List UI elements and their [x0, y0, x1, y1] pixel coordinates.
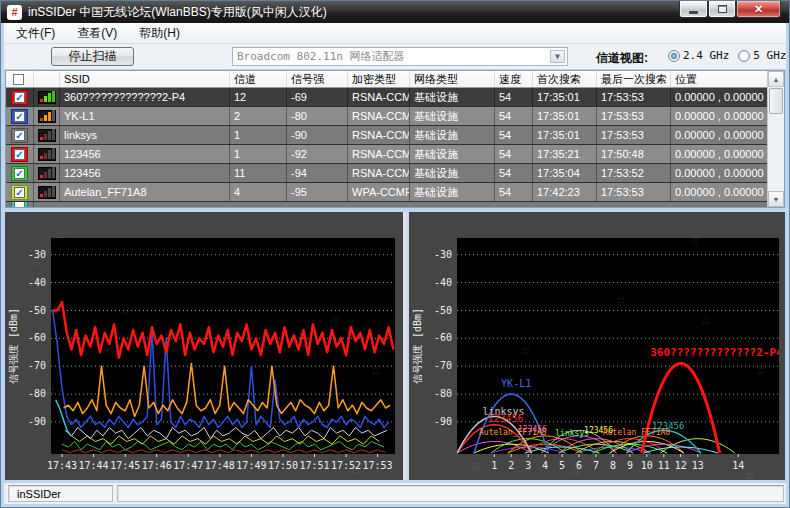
scroll-down-icon[interactable]: ▼ [768, 191, 784, 207]
svg-text:-80: -80 [28, 388, 46, 399]
cell-speed: 54 [495, 126, 533, 144]
svg-text:-30: -30 [28, 249, 46, 260]
table-row[interactable]: ✓1234561-92RSNA-CCMP基础设施5417:35:2117:50:… [6, 145, 784, 164]
table-scrollbar[interactable]: ▲ ▼ [767, 71, 784, 207]
cell-channel: 12 [230, 88, 287, 106]
table-row[interactable]: ✓12345611-94RSNA-CCMP基础设施5417:35:0417:53… [6, 164, 784, 183]
cell-last-seen: 17:53:53 [597, 126, 671, 144]
menu-bar: 文件(F) 查看(V) 帮助(H) [4, 23, 786, 44]
charts-area: -30-40-50-60-70-80-90信号强度 [dBm]17:4317:4… [5, 212, 785, 480]
svg-text:-50: -50 [28, 305, 46, 316]
svg-text:-60: -60 [434, 332, 452, 343]
svg-text:10: 10 [641, 460, 653, 471]
svg-text:Autelan_FF71A8: Autelan_FF71A8 [603, 428, 671, 437]
column-header[interactable]: 加密类型 [348, 71, 410, 87]
maximize-icon [718, 5, 727, 13]
cell-first-seen: 17:35:21 [533, 145, 597, 163]
scrollbar-thumb[interactable] [769, 88, 783, 114]
table-row[interactable]: ✓linksys1-90RSNA-CCMP基础设施5417:35:0117:53… [6, 126, 784, 145]
cell-first-seen: 17:35:01 [533, 126, 597, 144]
adapter-combobox[interactable]: Broadcom 802.11n 网络适配器 ▼ [232, 47, 568, 66]
radio-5ghz[interactable] [738, 50, 750, 62]
maximize-button[interactable] [708, 1, 736, 18]
column-header[interactable]: SSID [60, 71, 230, 87]
svg-text:-30: -30 [434, 249, 452, 260]
row-color-swatch: ✓ [11, 109, 28, 124]
status-bar: inSSIDer [4, 483, 786, 504]
close-button[interactable]: ✕ [736, 1, 781, 18]
select-all-checkbox[interactable] [13, 74, 24, 85]
chevron-down-icon[interactable]: ▼ [550, 50, 565, 63]
menu-help[interactable]: 帮助(H) [129, 23, 190, 44]
svg-text:17:52: 17:52 [331, 460, 361, 471]
adapter-value: Broadcom 802.11n 网络适配器 [237, 49, 405, 64]
cell-last-seen: 17:50:48 [597, 145, 671, 163]
stop-scan-button[interactable]: 停止扫描 [51, 47, 134, 66]
svg-text:17:48: 17:48 [205, 460, 235, 471]
radio-24ghz-label[interactable]: 2.4 GHz [683, 49, 729, 62]
cell-signal: -90 [287, 126, 348, 144]
svg-text:7: 7 [593, 460, 599, 471]
column-header[interactable]: 信道 [230, 71, 287, 87]
table-row[interactable]: ✓YK-L12-80RSNA-CCMP基础设施5417:35:0117:53:5… [6, 107, 784, 126]
row-checkbox[interactable]: ✓ [14, 111, 25, 122]
row-checkbox[interactable]: ✓ [14, 187, 25, 198]
svg-text:123456: 123456 [518, 425, 547, 434]
column-header[interactable] [34, 71, 60, 87]
app-window: # inSSIDer 中国无线论坛(WlanBBS)专用版(风中闲人汉化) ✕ … [0, 0, 790, 508]
row-color-swatch: ✓ [11, 185, 28, 200]
row-checkbox[interactable]: ✓ [14, 168, 25, 179]
scroll-up-icon[interactable]: ▲ [768, 71, 784, 87]
cell-network-type: 基础设施 [410, 183, 495, 201]
table-row[interactable]: ✓Autelan_FF71A84-95WPA-CCMP基础设施5417:42:2… [6, 183, 784, 202]
cell-first-seen: 17:35:01 [533, 107, 597, 125]
cell-network-type: 基础设施 [410, 164, 495, 182]
radio-5ghz-label[interactable]: 5 GHz [753, 49, 786, 62]
cell-signal: -80 [287, 107, 348, 125]
channel-view-label: 信道视图: [596, 50, 648, 67]
svg-text:12: 12 [675, 460, 687, 471]
row-checkbox[interactable]: ✓ [14, 92, 25, 103]
row-checkbox[interactable]: ✓ [14, 149, 25, 160]
svg-text:-80: -80 [434, 388, 452, 399]
status-app-name: inSSIDer [8, 485, 113, 502]
svg-text:-40: -40 [28, 277, 46, 288]
time-graph-svg: -30-40-50-60-70-80-90信号强度 [dBm]17:4317:4… [5, 212, 403, 480]
svg-text:17:47: 17:47 [173, 460, 203, 471]
radio-24ghz[interactable] [668, 50, 680, 62]
signal-bars-icon [38, 129, 56, 142]
table-row-partial[interactable] [6, 202, 784, 208]
svg-text:2: 2 [508, 460, 514, 471]
signal-bars-icon [38, 167, 56, 180]
menu-file[interactable]: 文件(F) [6, 23, 65, 44]
column-header[interactable]: 信号强 [287, 71, 348, 87]
cell-encryption: RSNA-CCMP [348, 145, 410, 163]
select-all-header[interactable] [6, 71, 34, 87]
minimize-button[interactable] [679, 1, 708, 18]
table-row[interactable]: ✓360?????????????2-P412-69RSNA-CCMP基础设施5… [6, 88, 784, 107]
column-header[interactable]: 首次搜索 [533, 71, 597, 87]
cell-ssid: 360?????????????2-P4 [60, 88, 230, 106]
toolbar: 停止扫描 Broadcom 802.11n 网络适配器 ▼ 信道视图: 2.4 … [4, 44, 786, 69]
column-header[interactable]: 网络类型 [410, 71, 495, 87]
cell-network-type: 基础设施 [410, 126, 495, 144]
title-bar[interactable]: # inSSIDer 中国无线论坛(WlanBBS)专用版(风中闲人汉化) ✕ [1, 1, 789, 23]
svg-text:-90: -90 [28, 416, 46, 427]
cell-channel: 1 [230, 126, 287, 144]
column-header[interactable]: 速度 [495, 71, 533, 87]
cell-ssid: 123456 [60, 164, 230, 182]
cell-speed: 54 [495, 107, 533, 125]
column-header[interactable]: 最后一次搜索 [597, 71, 671, 87]
app-icon: # [7, 5, 22, 20]
column-header[interactable]: 位置 [671, 71, 771, 87]
cell-encryption: RSNA-CCMP [348, 164, 410, 182]
channel-graph-svg: -30-40-50-60-70-80-90信号强度 [dBm]123456789… [409, 212, 785, 480]
row-checkbox[interactable] [14, 202, 25, 207]
row-color-swatch: ✓ [11, 166, 28, 181]
table-header: SSID信道信号强加密类型网络类型速度首次搜索最后一次搜索位置 [6, 71, 784, 88]
cell-location: 0.00000 , 0.00000 [671, 107, 771, 125]
menu-view[interactable]: 查看(V) [67, 23, 127, 44]
row-checkbox[interactable]: ✓ [14, 130, 25, 141]
cell-first-seen: 17:35:04 [533, 164, 597, 182]
svg-text:13: 13 [692, 460, 704, 471]
